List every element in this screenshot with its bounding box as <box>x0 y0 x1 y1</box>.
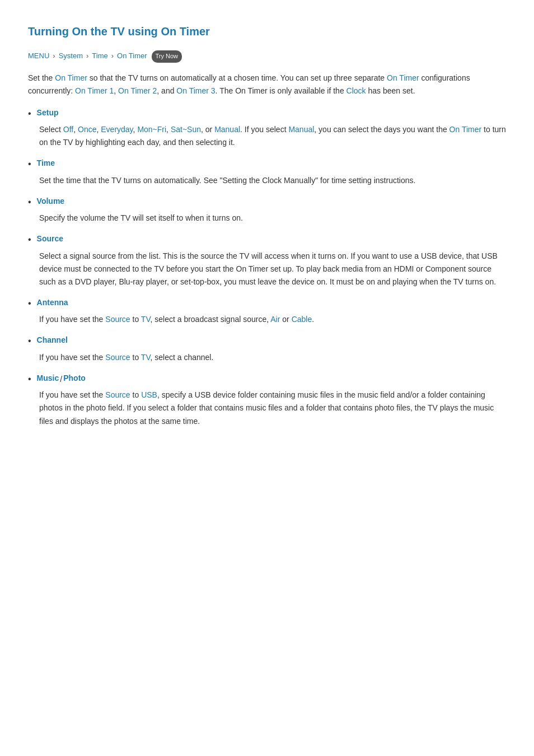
bullet-header-volume: • Volume <box>28 196 506 208</box>
bullet-label-photo[interactable]: Photo <box>63 373 86 384</box>
bullet-dot-setup: • <box>28 108 31 120</box>
breadcrumb-sep-1: › <box>53 50 55 62</box>
breadcrumb: MENU › System › Time › On Timer Try Now <box>28 50 506 63</box>
bullet-content-setup: Select Off, Once, Everyday, Mon~Fri, Sat… <box>39 123 506 149</box>
breadcrumb-menu[interactable]: MENU <box>28 50 49 62</box>
bullet-dot-antenna: • <box>28 297 31 310</box>
list-item-source: • Source Select a signal source from the… <box>28 234 506 288</box>
time-text: Set the time that the TV turns on automa… <box>39 176 415 185</box>
music-photo-text-2: to <box>130 390 141 399</box>
setup-text-4: , you can select the days you want the <box>314 125 449 134</box>
link-tv-channel[interactable]: TV <box>141 353 151 362</box>
link-tv-antenna[interactable]: TV <box>141 315 151 324</box>
bullet-content-antenna: If you have set the Source to TV, select… <box>39 313 506 326</box>
list-item-antenna: • Antenna If you have set the Source to … <box>28 297 506 326</box>
intro-comma-1: , <box>114 86 118 95</box>
link-everyday[interactable]: Everyday <box>101 125 133 134</box>
link-source-antenna[interactable]: Source <box>105 315 130 324</box>
list-item-music-photo: • Music / Photo If you have set the Sour… <box>28 373 506 428</box>
antenna-text-3: , select a broadcast signal source, <box>150 315 270 324</box>
bullet-label-setup[interactable]: Setup <box>37 108 59 119</box>
intro-text-2: so that the TV turns on automatically at… <box>87 73 387 82</box>
link-cable[interactable]: Cable <box>292 315 312 324</box>
antenna-text-2: to <box>130 315 141 324</box>
page-container: Turning On the TV using On Timer MENU › … <box>0 0 534 459</box>
intro-text-1: Set the <box>28 73 55 82</box>
bullet-header-setup: • Setup <box>28 108 506 120</box>
link-usb[interactable]: USB <box>141 390 157 399</box>
link-on-timer-4[interactable]: On Timer 2 <box>118 86 157 95</box>
bullet-dot-channel: • <box>28 335 31 347</box>
list-item-channel: • Channel If you have set the Source to … <box>28 335 506 363</box>
bullet-label-time[interactable]: Time <box>37 158 55 169</box>
link-on-timer-3[interactable]: On Timer 1 <box>75 86 114 95</box>
setup-comma-4: , <box>166 125 171 134</box>
music-photo-text-1: If you have set the <box>39 390 105 399</box>
bullet-header-time: • Time <box>28 158 506 170</box>
channel-text-3: , select a channel. <box>150 353 213 362</box>
source-text: Select a signal source from the list. Th… <box>39 251 498 286</box>
channel-text-1: If you have set the <box>39 353 105 362</box>
list-item-volume: • Volume Specify the volume the TV will … <box>28 196 506 225</box>
link-sat-sun[interactable]: Sat~Sun <box>171 125 201 134</box>
link-once[interactable]: Once <box>78 125 96 134</box>
channel-text-2: to <box>130 353 141 362</box>
breadcrumb-on-timer[interactable]: On Timer <box>117 50 147 62</box>
intro-paragraph: Set the On Timer so that the TV turns on… <box>28 72 506 97</box>
bullet-header-antenna: • Antenna <box>28 297 506 310</box>
setup-comma-1: , <box>73 125 78 134</box>
bullet-content-volume: Specify the volume the TV will set itsel… <box>39 212 506 225</box>
list-item-time: • Time Set the time that the TV turns on… <box>28 158 506 186</box>
bullet-label-volume[interactable]: Volume <box>37 196 65 207</box>
bullet-header-music-photo: • Music / Photo <box>28 373 506 385</box>
bullet-label-source[interactable]: Source <box>37 234 63 245</box>
link-clock[interactable]: Clock <box>346 86 366 95</box>
breadcrumb-system[interactable]: System <box>59 50 83 62</box>
volume-text: Specify the volume the TV will set itsel… <box>39 213 243 222</box>
link-on-timer-5[interactable]: On Timer 3 <box>176 86 215 95</box>
setup-text-3: . If you select <box>240 125 288 134</box>
list-item-setup: • Setup Select Off, Once, Everyday, Mon~… <box>28 108 506 150</box>
bullet-content-channel: If you have set the Source to TV, select… <box>39 351 506 364</box>
link-air[interactable]: Air <box>270 315 280 324</box>
link-on-timer-setup[interactable]: On Timer <box>449 125 482 134</box>
breadcrumb-sep-3: › <box>111 50 114 62</box>
setup-text-2: , or <box>201 125 214 134</box>
bullet-content-music-photo: If you have set the Source to USB, speci… <box>39 389 506 427</box>
bullet-content-time: Set the time that the TV turns on automa… <box>39 174 506 187</box>
link-off[interactable]: Off <box>63 125 73 134</box>
bullet-header-channel: • Channel <box>28 335 506 347</box>
intro-text-5: . The On Timer is only available if the <box>216 86 346 95</box>
intro-text-4: , and <box>157 86 176 95</box>
bullet-dot-music-photo: • <box>28 373 31 385</box>
bullet-label-antenna[interactable]: Antenna <box>37 297 68 309</box>
breadcrumb-time[interactable]: Time <box>92 50 107 62</box>
try-now-badge[interactable]: Try Now <box>152 50 182 63</box>
bullet-dot-time: • <box>28 158 31 170</box>
setup-text-1: Select <box>39 125 63 134</box>
page-title: Turning On the TV using On Timer <box>28 22 506 40</box>
antenna-text-5: . <box>312 315 314 324</box>
link-source-music[interactable]: Source <box>105 390 130 399</box>
bullet-content-source: Select a signal source from the list. Th… <box>39 250 506 288</box>
breadcrumb-sep-2: › <box>86 50 88 62</box>
link-manual-2[interactable]: Manual <box>288 125 314 134</box>
bullet-dot-volume: • <box>28 196 31 208</box>
link-source-channel[interactable]: Source <box>105 353 130 362</box>
bullet-dot-source: • <box>28 234 31 246</box>
bullet-header-source: • Source <box>28 234 506 246</box>
antenna-text-1: If you have set the <box>39 315 105 324</box>
bullet-label-channel[interactable]: Channel <box>37 335 68 346</box>
slash-separator: / <box>60 373 62 385</box>
intro-text-6: has been set. <box>366 86 415 95</box>
link-on-timer-1[interactable]: On Timer <box>55 73 87 82</box>
bullet-label-music[interactable]: Music <box>37 373 59 384</box>
link-mon-fri[interactable]: Mon~Fri <box>137 125 166 134</box>
link-on-timer-2[interactable]: On Timer <box>387 73 419 82</box>
bullet-list: • Setup Select Off, Once, Everyday, Mon~… <box>28 108 506 428</box>
antenna-text-4: or <box>280 315 291 324</box>
link-manual-1[interactable]: Manual <box>214 125 240 134</box>
